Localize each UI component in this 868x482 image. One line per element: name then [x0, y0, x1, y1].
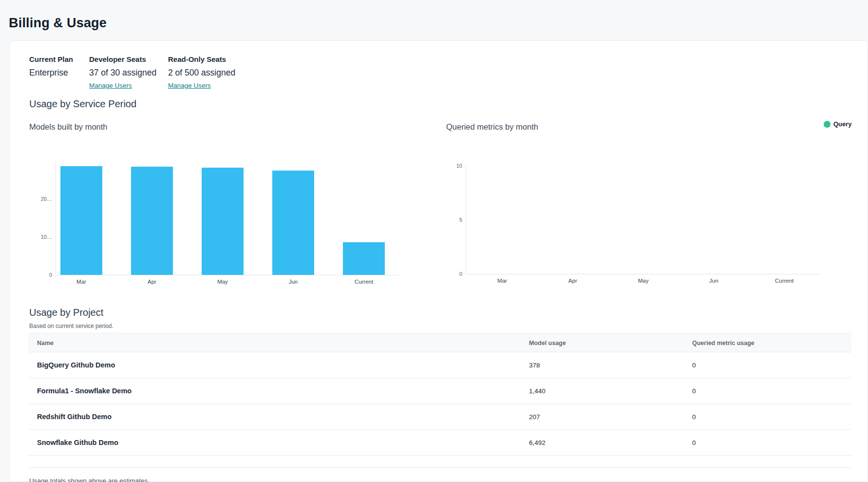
- x-axis-tick-label: Jun: [709, 278, 718, 284]
- queried-metric-usage-value: 0: [692, 362, 696, 369]
- developer-seats-value: 37 of 30 assigned: [89, 68, 156, 78]
- queried-metric-usage-value: 0: [692, 413, 696, 421]
- x-axis-tick-label: Apr: [148, 279, 156, 285]
- y-axis-tick-label: 10…: [41, 234, 52, 240]
- model-usage-value: 6,492: [529, 439, 546, 446]
- table-row: BigQuery Github Demo 378 0: [28, 352, 851, 378]
- x-axis-tick-label: Current: [355, 279, 373, 285]
- table-row: Redshift Github Demo 207 0: [28, 404, 851, 430]
- y-axis-tick-label: 0: [459, 271, 462, 277]
- query-legend-label: Query: [833, 120, 852, 128]
- y-axis-tick-label: 5: [459, 217, 462, 223]
- current-plan-value: Enterprise: [29, 68, 73, 78]
- developer-seats-block: Developer Seats 37 of 30 assigned Manage…: [89, 55, 156, 90]
- usage-by-project-heading: Usage by Project: [29, 307, 103, 318]
- queried-metrics-chart-title: Queried metrics by month: [446, 122, 538, 132]
- current-plan-label: Current Plan: [29, 55, 73, 63]
- models-built-chart: 010…20…MarAprMayJunCurrent: [56, 162, 399, 275]
- queried-metric-usage-value: 0: [692, 439, 696, 446]
- x-axis-tick-label: Mar: [76, 279, 86, 285]
- developer-seats-label: Developer Seats: [89, 55, 156, 63]
- queried-metrics-chart: 0510MarAprMayJunCurrent: [466, 166, 820, 274]
- query-legend-dot-icon: [824, 121, 830, 128]
- project-name: Snowflake Github Demo: [37, 439, 118, 446]
- column-header-model-usage: Model usage: [529, 340, 566, 347]
- project-name: BigQuery Github Demo: [37, 361, 115, 369]
- y-axis-tick-label: 0: [49, 272, 52, 278]
- x-axis-tick-label: Apr: [568, 278, 577, 284]
- manage-developer-users-link[interactable]: Manage Users: [89, 82, 132, 89]
- x-axis-tick-label: May: [217, 279, 228, 285]
- bar-may: [202, 168, 244, 275]
- bar-jun: [272, 171, 314, 275]
- readonly-seats-block: Read-Only Seats 2 of 500 assigned Manage…: [168, 55, 235, 90]
- queried-metric-usage-value: 0: [692, 387, 696, 395]
- column-header-queried-metric-usage: Queried metric usage: [692, 340, 755, 347]
- bar-mar: [60, 166, 102, 275]
- x-axis-tick-label: Jun: [289, 279, 298, 285]
- bar-current: [343, 242, 385, 275]
- page-title: Billing & Usage: [9, 16, 107, 31]
- readonly-seats-value: 2 of 500 assigned: [168, 68, 235, 78]
- x-axis-tick-label: May: [638, 278, 649, 284]
- usage-estimates-note: Usage totals shown above are estimates: [29, 477, 148, 482]
- table-end-divider: [28, 467, 851, 468]
- readonly-seats-label: Read-Only Seats: [168, 55, 235, 63]
- usage-by-service-period-heading: Usage by Service Period: [29, 98, 136, 110]
- project-name: Formula1 - Snowflake Demo: [37, 387, 132, 395]
- x-axis-tick-label: Mar: [497, 278, 507, 284]
- table-row: Snowflake Github Demo 6,492 0: [28, 430, 851, 456]
- x-axis-tick-label: Current: [775, 278, 793, 284]
- y-axis-tick-label: 10: [456, 163, 462, 169]
- model-usage-value: 207: [529, 413, 540, 421]
- model-usage-value: 1,440: [529, 387, 546, 395]
- usage-by-project-subtitle: Based on current service period.: [29, 323, 113, 329]
- table-header-row: Name Model usage Queried metric usage: [28, 333, 851, 352]
- chart-legend-query[interactable]: Query: [824, 120, 852, 128]
- project-name: Redshift Github Demo: [37, 413, 112, 421]
- usage-by-project-table: Name Model usage Queried metric usage Bi…: [28, 333, 851, 456]
- y-axis-tick-label: 20…: [41, 196, 52, 202]
- bar-apr: [131, 167, 173, 275]
- table-row: Formula1 - Snowflake Demo 1,440 0: [28, 378, 851, 404]
- table-body: BigQuery Github Demo 378 0 Formula1 - Sn…: [28, 352, 851, 456]
- models-built-chart-title: Models built by month: [29, 122, 108, 132]
- model-usage-value: 378: [529, 362, 540, 369]
- billing-card: Current Plan Enterprise Developer Seats …: [9, 40, 868, 482]
- current-plan-block: Current Plan Enterprise: [29, 55, 73, 78]
- manage-readonly-users-link[interactable]: Manage Users: [168, 82, 211, 89]
- column-header-name: Name: [37, 340, 54, 347]
